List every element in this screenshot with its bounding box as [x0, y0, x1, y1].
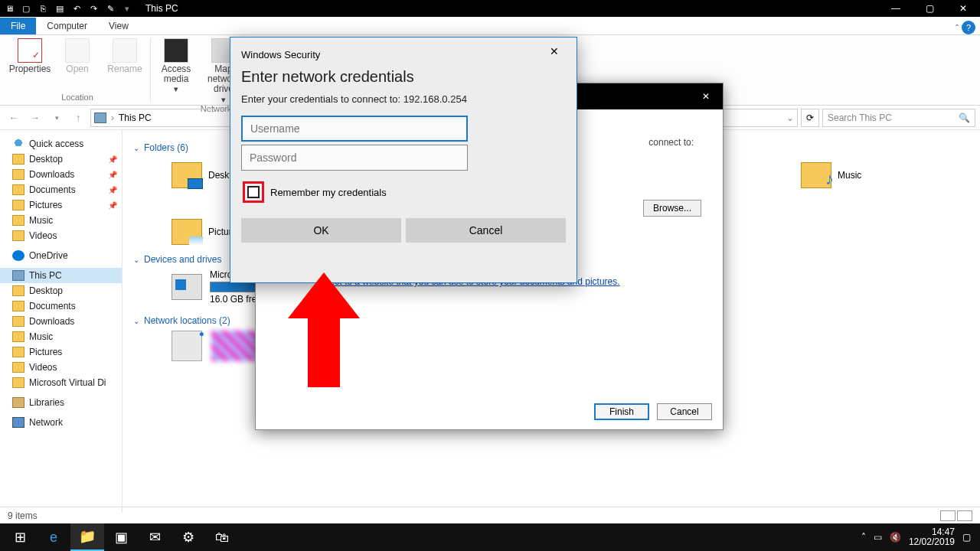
search-placeholder: Search This PC — [828, 112, 892, 123]
tree-pc-videos[interactable]: Videos — [0, 360, 122, 375]
taskbar-explorer[interactable]: 📁 — [70, 523, 104, 551]
start-button[interactable]: ⊞ — [3, 523, 37, 551]
maximize-button[interactable]: ▢ — [913, 0, 946, 17]
qat-doc-icon: ▢ — [20, 2, 32, 15]
credentials-close[interactable]: ✕ — [543, 45, 566, 64]
qat-undo-icon[interactable]: ↶ — [70, 2, 83, 15]
tray-up-icon[interactable]: ˄ — [861, 532, 866, 543]
tree-quick-access[interactable]: Quick access — [0, 136, 122, 152]
taskbar-mail[interactable]: ✉ — [138, 523, 172, 551]
help-icon[interactable]: ? — [962, 21, 975, 34]
tree-desktop[interactable]: Desktop📌 — [0, 152, 122, 167]
tree-documents[interactable]: Documents📌 — [0, 182, 122, 197]
tree-downloads[interactable]: Downloads📌 — [0, 167, 122, 182]
tree-this-pc[interactable]: This PC — [0, 268, 122, 283]
ribbon-group-location: Location — [61, 93, 93, 102]
tree-music[interactable]: Music — [0, 213, 122, 228]
view-large-icon[interactable] — [957, 510, 972, 521]
credentials-title: Enter network credentials — [230, 68, 577, 90]
tree-libraries[interactable]: Libraries — [0, 395, 122, 410]
credentials-caption: Windows Security — [241, 49, 320, 60]
ribbon-rename: Rename — [104, 38, 145, 74]
nav-tree: Quick access Desktop📌 Downloads📌 Documen… — [0, 130, 122, 513]
folder-music[interactable]: Music — [801, 162, 923, 188]
window-title: This PC — [145, 3, 178, 14]
tree-network[interactable]: Network — [0, 415, 122, 430]
tray-clock[interactable]: 14:47 12/02/2019 — [909, 527, 955, 547]
username-input[interactable] — [241, 116, 468, 142]
qat-redo-icon[interactable]: ↷ — [87, 2, 100, 15]
taskbar-cmd[interactable]: ▣ — [104, 523, 138, 551]
taskbar-settings[interactable]: ⚙ — [172, 523, 205, 551]
tree-pc-desktop[interactable]: Desktop — [0, 283, 122, 298]
tray-volume-icon[interactable]: 🔇 — [890, 532, 901, 543]
taskbar-store[interactable]: 🛍 — [205, 523, 239, 551]
credentials-dialog: Windows Security ✕ Enter network credent… — [230, 37, 577, 283]
ribbon-tabs: File Computer View ˆ ? — [0, 17, 980, 35]
ribbon-open: Open — [57, 38, 98, 74]
wizard-close[interactable]: ✕ — [689, 91, 723, 102]
credentials-ok[interactable]: OK — [241, 218, 401, 243]
chevron-right-icon: › — [111, 112, 114, 123]
wizard-cancel[interactable]: Cancel — [657, 403, 712, 420]
address-dropdown-icon[interactable]: ⌄ — [786, 112, 794, 123]
status-item-count: 9 items — [8, 510, 38, 521]
wizard-browse[interactable]: Browse... — [643, 200, 701, 217]
network-location-1[interactable]: ● — [172, 331, 202, 361]
search-icon: 🔍 — [959, 112, 970, 123]
tab-computer[interactable]: Computer — [36, 18, 98, 34]
tree-videos[interactable]: Videos — [0, 228, 122, 243]
taskbar: ⊞ e 📁 ▣ ✉ ⚙ 🛍 ˄ ▭ 🔇 14:47 12/02/2019 ▢ — [0, 523, 980, 551]
tree-pc-pictures[interactable]: Pictures — [0, 344, 122, 360]
tree-pc-documents[interactable]: Documents — [0, 298, 122, 314]
nav-history[interactable]: ▾ — [47, 109, 66, 127]
nav-forward[interactable]: → — [26, 109, 44, 127]
credentials-cancel[interactable]: Cancel — [406, 218, 566, 243]
address-path: This PC — [119, 112, 152, 123]
taskbar-edge[interactable]: e — [37, 523, 70, 551]
ribbon-properties[interactable]: ✓Properties — [9, 38, 51, 74]
status-bar: 9 items — [0, 507, 980, 523]
tab-file[interactable]: File — [0, 18, 36, 34]
tree-pc-downloads[interactable]: Downloads — [0, 314, 122, 329]
ribbon-access-media[interactable]: Access media ▾ — [155, 38, 197, 104]
view-details-icon[interactable] — [940, 510, 956, 521]
tree-onedrive[interactable]: OneDrive — [0, 248, 122, 263]
wizard-finish[interactable]: Finish — [594, 403, 649, 420]
minimize-button[interactable]: — — [879, 0, 913, 17]
qat-pc-icon: 🖥 — [3, 2, 15, 15]
tree-pictures[interactable]: Pictures📌 — [0, 197, 122, 213]
tree-pc-music[interactable]: Music — [0, 329, 122, 344]
credentials-message: Enter your credentials to connect to: 19… — [230, 90, 577, 112]
remember-label: Remember my credentials — [270, 187, 387, 198]
nav-up[interactable]: ↑ — [69, 109, 87, 127]
ribbon-collapse-icon[interactable]: ˆ — [956, 24, 959, 34]
refresh-button[interactable]: ⟳ — [801, 109, 819, 127]
drive-icon — [172, 274, 202, 300]
window-titlebar: 🖥 ▢ ⎘ ▤ ↶ ↷ ✎ ▾ This PC — ▢ ✕ — [0, 0, 980, 17]
qat-props-icon: ▤ — [54, 2, 66, 15]
tray-action-icon[interactable]: ▭ — [874, 532, 882, 543]
tray-notifications-icon[interactable]: ▢ — [962, 532, 971, 543]
tree-pc-vhd[interactable]: Microsoft Virtual Di — [0, 375, 122, 390]
search-box[interactable]: Search This PC 🔍 — [822, 109, 975, 127]
tab-view[interactable]: View — [98, 18, 139, 34]
remember-checkbox-highlight — [243, 181, 264, 203]
remember-checkbox[interactable] — [247, 186, 260, 198]
qat-new-icon: ✎ — [104, 2, 116, 15]
nav-back[interactable]: ← — [5, 109, 23, 127]
password-input[interactable] — [241, 145, 468, 171]
qat-link-icon: ⎘ — [37, 2, 49, 15]
pc-icon — [94, 112, 106, 123]
close-button[interactable]: ✕ — [946, 0, 980, 17]
